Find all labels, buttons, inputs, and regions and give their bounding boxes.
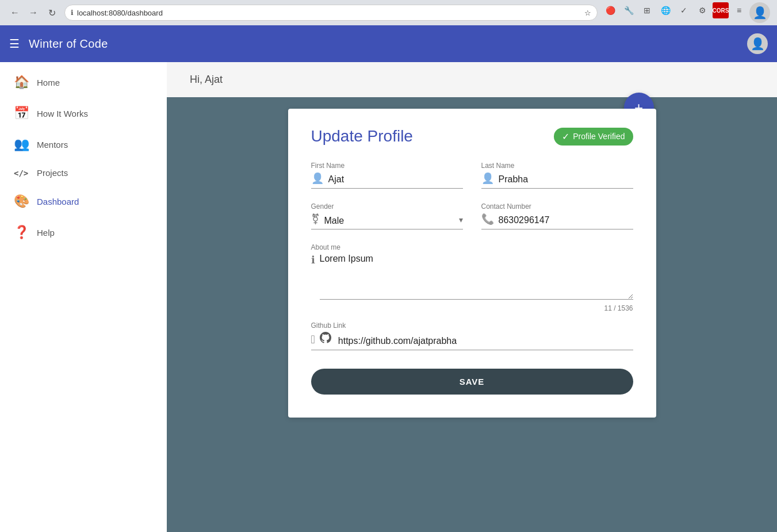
greeting-banner: Hi, Ajat [167, 62, 777, 97]
first-name-field: First Name 👤 [311, 162, 463, 189]
verified-badge: ✓ Profile Verified [554, 128, 633, 146]
first-name-label: First Name [311, 162, 463, 170]
help-icon: ❓ [14, 225, 28, 240]
user-avatar-chrome[interactable]: 👤 [749, 2, 770, 23]
first-name-input[interactable] [328, 174, 463, 185]
extension-btn-8[interactable]: ≡ [731, 2, 747, 18]
browser-chrome: ← → ↻ ℹ localhost:8080/dashboard ☆ 🔴 🔧 ⊞… [0, 0, 777, 25]
sidebar-item-projects[interactable]: </> Projects [0, 160, 167, 186]
people-icon: 👥 [14, 137, 28, 152]
extension-btn-1[interactable]: 🔴 [602, 2, 618, 18]
github-field: Github Link  [311, 322, 633, 350]
lock-icon: ℹ [71, 9, 74, 17]
extension-btn-3[interactable]: ⊞ [639, 2, 655, 18]
sidebar-label-how-it-works: How It Works [37, 109, 88, 118]
app-title: Winter of Code [29, 37, 108, 51]
extension-btn-5[interactable]: ✓ [676, 2, 692, 18]
gender-wrapper: ⚧ Male Female Other ▾ [311, 213, 463, 229]
sidebar-item-how-it-works[interactable]: 📅 How It Works [0, 98, 167, 129]
chevron-down-icon: ▾ [459, 215, 463, 224]
char-count: 11 / 1536 [311, 304, 633, 312]
person-icon-last: 👤 [481, 172, 494, 185]
github-wrapper:  [311, 332, 633, 350]
first-name-wrapper: 👤 [311, 172, 463, 189]
code-icon: </> [14, 169, 28, 178]
contact-label: Contact Number [481, 202, 633, 210]
github-octocat-icon [320, 332, 331, 346]
sidebar-item-home[interactable]: 🏠 Home [0, 67, 167, 98]
contact-wrapper: 📞 [481, 213, 633, 229]
last-name-field: Last Name 👤 [481, 162, 633, 189]
about-textarea[interactable]: Lorem Ipsum [320, 254, 633, 300]
phone-icon: 📞 [481, 213, 494, 225]
back-button[interactable]: ← [7, 5, 23, 21]
sidebar-label-home: Home [37, 78, 60, 87]
reload-button[interactable]: ↻ [44, 5, 60, 21]
profile-card: Update Profile ✓ Profile Verified First … [288, 109, 656, 418]
main-layout: 🏠 Home 📅 How It Works 👥 Mentors </> Proj… [0, 62, 777, 532]
sidebar-item-mentors[interactable]: 👥 Mentors [0, 129, 167, 160]
calendar-icon: 📅 [14, 106, 28, 121]
app-bar-right: 👤 [747, 33, 768, 54]
content-area: Hi, Ajat + Update Profile ✓ Profile Veri… [167, 62, 777, 532]
gender-contact-row: Gender ⚧ Male Female Other ▾ [311, 202, 633, 229]
greeting-text: Hi, Ajat [190, 74, 223, 85]
name-row: First Name 👤 Last Name 👤 [311, 162, 633, 189]
sidebar-item-help[interactable]: ❓ Help [0, 217, 167, 248]
card-title-row: Update Profile ✓ Profile Verified [311, 127, 633, 146]
last-name-wrapper: 👤 [481, 172, 633, 189]
app: ☰ Winter of Code 👤 🏠 Home 📅 How It Works… [0, 25, 777, 532]
github-input[interactable] [338, 336, 633, 346]
gender-select[interactable]: Male Female Other [324, 216, 454, 225]
save-button[interactable]: SAVE [311, 369, 633, 395]
gender-icon: ⚧ [311, 213, 320, 225]
browser-actions: 🔴 🔧 ⊞ 🌐 ✓ ⚙ CORS ≡ 👤 [602, 2, 770, 23]
sidebar: 🏠 Home 📅 How It Works 👥 Mentors </> Proj… [0, 62, 167, 532]
github-icon:  [311, 333, 315, 346]
github-label: Github Link [311, 322, 633, 330]
avatar-icon: 👤 [751, 37, 765, 51]
browser-nav-buttons: ← → ↻ [7, 5, 60, 21]
app-bar-left: ☰ Winter of Code [9, 37, 108, 51]
home-icon: 🏠 [14, 75, 28, 90]
user-avatar[interactable]: 👤 [747, 33, 768, 54]
hamburger-menu[interactable]: ☰ [9, 37, 20, 51]
contact-field: Contact Number 📞 [481, 202, 633, 229]
contact-input[interactable] [499, 215, 633, 225]
card-title: Update Profile [311, 127, 413, 146]
extension-btn-4[interactable]: 🌐 [657, 2, 673, 18]
sidebar-item-dashboard[interactable]: 🎨 Dashboard [0, 186, 167, 217]
gender-field: Gender ⚧ Male Female Other ▾ [311, 202, 463, 229]
forward-button[interactable]: → [25, 5, 41, 21]
sidebar-label-projects: Projects [37, 168, 68, 178]
sidebar-label-dashboard: Dashboard [37, 197, 79, 206]
about-field: About me ℹ Lorem Ipsum [311, 243, 633, 300]
info-icon: ℹ [311, 254, 315, 266]
sidebar-label-help: Help [37, 228, 55, 238]
app-bar: ☰ Winter of Code 👤 [0, 25, 777, 62]
star-icon[interactable]: ☆ [584, 9, 591, 17]
sidebar-label-mentors: Mentors [37, 140, 68, 150]
dashboard-icon: 🎨 [14, 194, 28, 209]
about-wrapper: ℹ Lorem Ipsum [311, 254, 633, 300]
about-row: About me ℹ Lorem Ipsum [311, 243, 633, 300]
card-container: + Update Profile ✓ Profile Verified [277, 109, 668, 452]
gender-label: Gender [311, 202, 463, 210]
about-label: About me [311, 243, 633, 251]
verified-label: Profile Verified [573, 132, 625, 141]
extension-btn-6[interactable]: ⚙ [694, 2, 710, 18]
url-text: localhost:8080/dashboard [77, 9, 581, 17]
github-row: Github Link  [311, 322, 633, 350]
address-bar[interactable]: ℹ localhost:8080/dashboard ☆ [64, 5, 598, 21]
extension-btn-2[interactable]: 🔧 [621, 2, 637, 18]
last-name-label: Last Name [481, 162, 633, 170]
last-name-input[interactable] [499, 174, 633, 185]
page-wrapper: Hi, Ajat + Update Profile ✓ Profile Veri… [167, 62, 777, 532]
extension-btn-7[interactable]: CORS [713, 2, 729, 18]
check-circle-icon: ✓ [562, 131, 569, 142]
person-icon-first: 👤 [311, 172, 324, 185]
